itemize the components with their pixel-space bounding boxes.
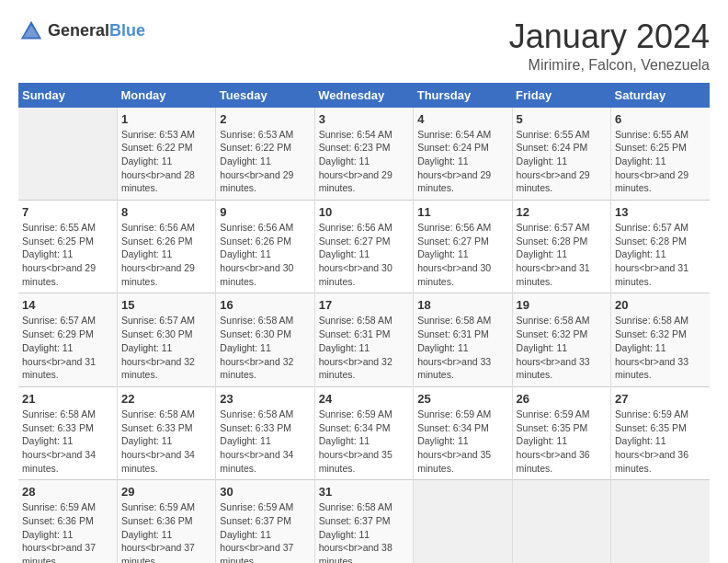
day-number: 22 (121, 392, 211, 406)
calendar-cell: 30Sunrise: 6:59 AMSunset: 6:37 PMDayligh… (216, 480, 314, 563)
day-info: Sunrise: 6:54 AMSunset: 6:24 PMDaylight:… (417, 128, 507, 195)
day-number: 5 (517, 112, 607, 126)
header-tuesday: Tuesday (216, 83, 314, 108)
day-number: 1 (121, 112, 211, 126)
day-number: 29 (121, 485, 211, 499)
day-info: Sunrise: 6:57 AMSunset: 6:29 PMDaylight:… (22, 314, 113, 381)
logo-general: General (48, 22, 109, 40)
calendar-cell: 10Sunrise: 6:56 AMSunset: 6:27 PMDayligh… (314, 201, 413, 293)
calendar-cell (18, 108, 117, 201)
day-number: 25 (417, 392, 507, 406)
calendar-cell: 5Sunrise: 6:55 AMSunset: 6:24 PMDaylight… (512, 108, 610, 201)
calendar-cell: 25Sunrise: 6:59 AMSunset: 6:34 PMDayligh… (414, 386, 512, 479)
calendar-cell: 17Sunrise: 6:58 AMSunset: 6:31 PMDayligh… (314, 293, 413, 386)
logo-text: General Blue (48, 22, 145, 40)
calendar-cell: 23Sunrise: 6:58 AMSunset: 6:33 PMDayligh… (216, 386, 314, 479)
day-info: Sunrise: 6:57 AMSunset: 6:28 PMDaylight:… (517, 221, 607, 288)
day-info: Sunrise: 6:58 AMSunset: 6:31 PMDaylight:… (319, 314, 409, 381)
calendar-cell: 4Sunrise: 6:54 AMSunset: 6:24 PMDaylight… (414, 108, 512, 201)
day-info: Sunrise: 6:55 AMSunset: 6:24 PMDaylight:… (517, 128, 607, 195)
day-info: Sunrise: 6:59 AMSunset: 6:36 PMDaylight:… (22, 500, 113, 563)
logo: General Blue (18, 18, 145, 44)
header-thursday: Thursday (414, 83, 512, 108)
day-info: Sunrise: 6:56 AMSunset: 6:27 PMDaylight:… (319, 221, 409, 288)
day-number: 13 (615, 205, 706, 219)
calendar-cell: 19Sunrise: 6:58 AMSunset: 6:32 PMDayligh… (512, 293, 610, 386)
day-number: 23 (220, 392, 310, 406)
day-info: Sunrise: 6:56 AMSunset: 6:27 PMDaylight:… (417, 221, 507, 288)
day-info: Sunrise: 6:55 AMSunset: 6:25 PMDaylight:… (22, 221, 113, 288)
day-info: Sunrise: 6:59 AMSunset: 6:37 PMDaylight:… (220, 500, 310, 563)
day-number: 27 (615, 392, 706, 406)
header-friday: Friday (512, 83, 610, 108)
header-saturday: Saturday (611, 83, 710, 108)
calendar-cell: 21Sunrise: 6:58 AMSunset: 6:33 PMDayligh… (18, 386, 117, 479)
day-number: 17 (319, 298, 409, 312)
calendar-cell: 28Sunrise: 6:59 AMSunset: 6:36 PMDayligh… (18, 480, 117, 563)
day-info: Sunrise: 6:55 AMSunset: 6:25 PMDaylight:… (615, 128, 706, 195)
day-number: 10 (319, 205, 409, 219)
day-number: 8 (121, 205, 211, 219)
day-number: 21 (22, 392, 113, 406)
page-header: General Blue January 2024 Mirimire, Falc… (18, 18, 710, 74)
day-info: Sunrise: 6:58 AMSunset: 6:33 PMDaylight:… (121, 408, 211, 475)
calendar-cell: 2Sunrise: 6:53 AMSunset: 6:22 PMDaylight… (216, 108, 314, 201)
calendar-cell: 27Sunrise: 6:59 AMSunset: 6:35 PMDayligh… (611, 386, 710, 479)
day-number: 11 (417, 205, 507, 219)
calendar-cell: 6Sunrise: 6:55 AMSunset: 6:25 PMDaylight… (611, 108, 710, 201)
day-info: Sunrise: 6:57 AMSunset: 6:30 PMDaylight:… (121, 314, 211, 381)
weekday-row: Sunday Monday Tuesday Wednesday Thursday… (18, 83, 710, 108)
calendar-cell: 1Sunrise: 6:53 AMSunset: 6:22 PMDaylight… (117, 108, 215, 201)
calendar-cell: 14Sunrise: 6:57 AMSunset: 6:29 PMDayligh… (18, 293, 117, 386)
calendar-body: 1Sunrise: 6:53 AMSunset: 6:22 PMDaylight… (18, 108, 710, 563)
calendar-cell: 7Sunrise: 6:55 AMSunset: 6:25 PMDaylight… (18, 201, 117, 293)
day-info: Sunrise: 6:59 AMSunset: 6:36 PMDaylight:… (121, 500, 211, 563)
header-monday: Monday (117, 83, 215, 108)
calendar-header: Sunday Monday Tuesday Wednesday Thursday… (18, 83, 710, 108)
calendar-cell (611, 480, 710, 563)
calendar-cell: 22Sunrise: 6:58 AMSunset: 6:33 PMDayligh… (117, 386, 215, 479)
calendar-cell: 15Sunrise: 6:57 AMSunset: 6:30 PMDayligh… (117, 293, 215, 386)
day-number: 2 (220, 112, 310, 126)
calendar-cell: 12Sunrise: 6:57 AMSunset: 6:28 PMDayligh… (512, 201, 610, 293)
calendar-cell (512, 480, 610, 563)
day-info: Sunrise: 6:58 AMSunset: 6:33 PMDaylight:… (220, 408, 310, 475)
calendar-cell (414, 480, 512, 563)
day-info: Sunrise: 6:56 AMSunset: 6:26 PMDaylight:… (121, 221, 211, 288)
month-title: January 2024 (509, 18, 710, 55)
day-info: Sunrise: 6:59 AMSunset: 6:35 PMDaylight:… (615, 408, 706, 475)
location-subtitle: Mirimire, Falcon, Venezuela (509, 57, 710, 74)
day-number: 28 (22, 485, 113, 499)
day-info: Sunrise: 6:58 AMSunset: 6:30 PMDaylight:… (220, 314, 310, 381)
calendar-cell: 29Sunrise: 6:59 AMSunset: 6:36 PMDayligh… (117, 480, 215, 563)
calendar-week-5: 28Sunrise: 6:59 AMSunset: 6:36 PMDayligh… (18, 480, 710, 563)
calendar-cell: 18Sunrise: 6:58 AMSunset: 6:31 PMDayligh… (414, 293, 512, 386)
day-info: Sunrise: 6:53 AMSunset: 6:22 PMDaylight:… (121, 128, 211, 195)
day-number: 3 (319, 112, 409, 126)
header-sunday: Sunday (18, 83, 117, 108)
calendar-week-3: 14Sunrise: 6:57 AMSunset: 6:29 PMDayligh… (18, 293, 710, 386)
day-info: Sunrise: 6:59 AMSunset: 6:35 PMDaylight:… (517, 408, 607, 475)
day-info: Sunrise: 6:53 AMSunset: 6:22 PMDaylight:… (220, 128, 310, 195)
day-number: 26 (517, 392, 607, 406)
calendar-cell: 16Sunrise: 6:58 AMSunset: 6:30 PMDayligh… (216, 293, 314, 386)
calendar-cell: 3Sunrise: 6:54 AMSunset: 6:23 PMDaylight… (314, 108, 413, 201)
day-number: 18 (417, 298, 507, 312)
day-info: Sunrise: 6:58 AMSunset: 6:37 PMDaylight:… (319, 500, 409, 563)
day-number: 7 (22, 205, 113, 219)
logo-icon (18, 18, 44, 44)
day-info: Sunrise: 6:58 AMSunset: 6:32 PMDaylight:… (517, 314, 607, 381)
day-number: 14 (22, 298, 113, 312)
day-number: 31 (319, 485, 409, 499)
day-number: 4 (417, 112, 507, 126)
day-info: Sunrise: 6:56 AMSunset: 6:26 PMDaylight:… (220, 221, 310, 288)
header-wednesday: Wednesday (314, 83, 413, 108)
day-number: 30 (220, 485, 310, 499)
calendar-cell: 20Sunrise: 6:58 AMSunset: 6:32 PMDayligh… (611, 293, 710, 386)
day-info: Sunrise: 6:58 AMSunset: 6:32 PMDaylight:… (615, 314, 706, 381)
logo-blue: Blue (109, 22, 145, 40)
calendar-cell: 11Sunrise: 6:56 AMSunset: 6:27 PMDayligh… (414, 201, 512, 293)
title-block: January 2024 Mirimire, Falcon, Venezuela (509, 18, 710, 74)
calendar-table: Sunday Monday Tuesday Wednesday Thursday… (18, 83, 710, 563)
calendar-week-4: 21Sunrise: 6:58 AMSunset: 6:33 PMDayligh… (18, 386, 710, 479)
